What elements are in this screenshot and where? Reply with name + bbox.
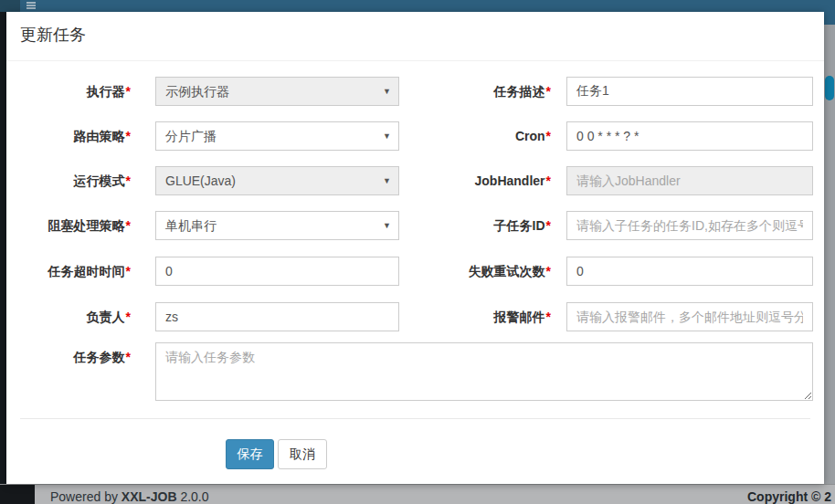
block-strategy-select[interactable]: 单机串行▼ bbox=[155, 211, 399, 240]
job-param-label: 任务参数* bbox=[6, 342, 131, 372]
buttons-divider bbox=[20, 418, 810, 419]
dialog-title: 更新任务 bbox=[20, 24, 86, 46]
copyright-text: Copyright © 2 bbox=[747, 489, 831, 504]
author-label: 负责人* bbox=[6, 302, 131, 331]
cron-input[interactable] bbox=[566, 121, 813, 151]
glue-type-label: 运行模式* bbox=[6, 166, 131, 195]
fail-retry-input[interactable] bbox=[566, 257, 813, 286]
top-navbar bbox=[0, 0, 835, 12]
executor-label: 执行器* bbox=[6, 77, 131, 106]
navbar-right-edge bbox=[824, 12, 835, 25]
job-handler-label: JobHandler* bbox=[390, 166, 551, 195]
child-job-id-input[interactable] bbox=[566, 211, 813, 240]
dialog-buttons: 保存 取消 bbox=[6, 439, 824, 469]
job-param-textarea[interactable] bbox=[155, 342, 813, 401]
fail-retry-label: 失败重试次数* bbox=[390, 257, 551, 286]
cron-label: Cron* bbox=[390, 121, 551, 151]
title-divider bbox=[6, 60, 824, 61]
navbar-logo-area bbox=[0, 0, 20, 12]
job-desc-label: 任务描述* bbox=[390, 77, 551, 106]
route-strategy-select[interactable]: 分片广播▼ bbox=[155, 121, 399, 151]
cancel-button[interactable]: 取消 bbox=[278, 439, 327, 469]
alarm-email-input[interactable] bbox=[566, 302, 813, 331]
timeout-label: 任务超时时间* bbox=[6, 257, 131, 286]
hamburger-menu-icon[interactable] bbox=[26, 2, 36, 11]
powered-by-text: Powered by XXL-JOB 2.0.0 bbox=[50, 489, 209, 504]
route-strategy-label: 路由策略* bbox=[6, 121, 131, 151]
job-desc-input[interactable] bbox=[566, 77, 813, 106]
author-input[interactable] bbox=[155, 302, 399, 331]
field-job-param: 任务参数* bbox=[6, 342, 824, 401]
page-scrollbar-track[interactable] bbox=[824, 25, 835, 484]
alarm-email-label: 报警邮件* bbox=[390, 302, 551, 331]
footer-sidebar-block bbox=[0, 485, 35, 504]
brand-name: XXL-JOB bbox=[122, 489, 177, 504]
glue-type-select[interactable]: GLUE(Java)▼ bbox=[155, 166, 399, 195]
save-button[interactable]: 保存 bbox=[226, 439, 274, 469]
update-task-dialog: 更新任务 执行器* 示例执行器▼ 任务描述* 路由策略* 分片广播▼ Cron*… bbox=[6, 12, 824, 484]
timeout-input[interactable] bbox=[155, 257, 399, 286]
executor-select[interactable]: 示例执行器▼ bbox=[155, 77, 399, 106]
page-footer: Powered by XXL-JOB 2.0.0 Copyright © 2 bbox=[0, 484, 835, 504]
child-job-id-label: 子任务ID* bbox=[390, 211, 551, 240]
job-handler-input[interactable] bbox=[566, 166, 813, 195]
collapsed-sidebar bbox=[0, 12, 6, 484]
block-strategy-label: 阻塞处理策略* bbox=[6, 211, 131, 240]
page-scrollbar-thumb[interactable] bbox=[825, 76, 834, 100]
